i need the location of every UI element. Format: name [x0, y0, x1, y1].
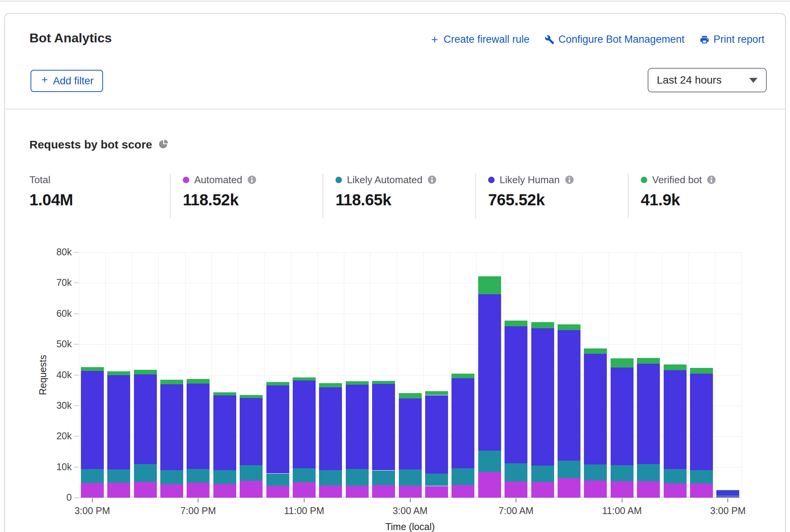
bar-segment-verified-bot[interactable] [346, 381, 369, 385]
bar-segment-verified-bot[interactable] [690, 368, 713, 374]
add-filter-button[interactable]: Add filter [31, 70, 103, 92]
bar-segment-verified-bot[interactable] [611, 358, 634, 368]
bar-segment-automated[interactable] [531, 482, 554, 498]
bar-segment-likely-automated[interactable] [240, 465, 263, 481]
bar-segment-likely-automated[interactable] [346, 469, 369, 485]
bar-segment-likely-human[interactable] [399, 398, 422, 469]
bar-segment-automated[interactable] [558, 478, 580, 498]
bar-segment-verified-bot[interactable] [372, 381, 395, 384]
bar-segment-verified-bot[interactable] [505, 321, 527, 326]
bar-segment-verified-bot[interactable] [716, 490, 739, 490]
bar-segment-likely-automated[interactable] [451, 468, 474, 485]
bar-segment-automated[interactable] [134, 482, 157, 498]
info-icon[interactable] [248, 176, 256, 184]
bar-segment-automated[interactable] [584, 480, 607, 498]
bar-segment-automated[interactable] [266, 486, 289, 498]
bar-segment-likely-human[interactable] [690, 374, 713, 470]
bar-segment-likely-automated[interactable] [293, 468, 316, 482]
bar-segment-likely-automated[interactable] [213, 470, 236, 484]
bar-segment-verified-bot[interactable] [584, 348, 607, 354]
bar-segment-likely-human[interactable] [134, 374, 157, 464]
bar-segment-likely-human[interactable] [319, 387, 342, 470]
bar-segment-automated[interactable] [690, 484, 713, 498]
bar-segment-verified-bot[interactable] [637, 358, 660, 364]
bar-segment-automated[interactable] [399, 486, 422, 498]
bar-segment-verified-bot[interactable] [81, 367, 104, 371]
bar-segment-verified-bot[interactable] [451, 374, 474, 379]
bar-segment-automated[interactable] [107, 483, 130, 498]
bar-segment-verified-bot[interactable] [399, 393, 422, 399]
info-icon[interactable] [565, 176, 574, 184]
bar-segment-likely-automated[interactable] [558, 461, 580, 479]
bar-segment-verified-bot[interactable] [213, 392, 236, 395]
bar-segment-verified-bot[interactable] [478, 276, 501, 294]
bar-segment-likely-automated[interactable] [266, 474, 289, 486]
bar-segment-likely-human[interactable] [372, 384, 395, 471]
bar-segment-likely-human[interactable] [266, 385, 289, 474]
bar-segment-automated[interactable] [425, 486, 448, 498]
bar-segment-automated[interactable] [451, 485, 474, 498]
bar-segment-verified-bot[interactable] [664, 364, 687, 370]
bar-segment-likely-human[interactable] [240, 398, 263, 465]
bar-segment-automated[interactable] [372, 485, 395, 498]
bar-segment-likely-automated[interactable] [425, 474, 448, 486]
print-report-link[interactable]: Print report [700, 34, 764, 45]
bar-segment-verified-bot[interactable] [531, 322, 554, 328]
bar-segment-verified-bot[interactable] [187, 379, 210, 384]
bar-segment-verified-bot[interactable] [134, 370, 157, 374]
bar-segment-likely-human[interactable] [505, 326, 527, 463]
bar-segment-likely-human[interactable] [611, 368, 634, 465]
bar-segment-likely-human[interactable] [425, 395, 448, 474]
bar-segment-likely-automated[interactable] [690, 470, 713, 484]
bar-segment-automated[interactable] [716, 497, 739, 498]
bar-segment-verified-bot[interactable] [240, 395, 263, 398]
bar-segment-likely-automated[interactable] [531, 466, 554, 482]
bar-segment-likely-human[interactable] [107, 375, 130, 469]
bar-segment-likely-human[interactable] [187, 384, 210, 469]
bar-segment-likely-human[interactable] [160, 384, 183, 470]
bar-segment-likely-automated[interactable] [81, 469, 104, 483]
bar-segment-likely-human[interactable] [81, 371, 104, 469]
bar-segment-verified-bot[interactable] [107, 371, 130, 375]
bar-segment-likely-human[interactable] [584, 354, 607, 464]
bar-segment-likely-automated[interactable] [134, 464, 157, 482]
bar-segment-automated[interactable] [505, 482, 527, 498]
bar-segment-verified-bot[interactable] [266, 382, 289, 385]
bar-segment-likely-automated[interactable] [160, 470, 183, 484]
bar-segment-likely-automated[interactable] [637, 464, 660, 482]
bar-segment-automated[interactable] [664, 484, 687, 498]
bar-segment-likely-automated[interactable] [505, 463, 527, 482]
bar-segment-automated[interactable] [293, 482, 316, 498]
bar-segment-likely-automated[interactable] [187, 469, 210, 483]
bar-segment-likely-automated[interactable] [478, 451, 501, 472]
bar-segment-automated[interactable] [213, 484, 236, 498]
bar-segment-likely-automated[interactable] [716, 495, 739, 497]
bar-segment-verified-bot[interactable] [319, 383, 342, 387]
bar-segment-automated[interactable] [346, 486, 369, 498]
info-icon[interactable] [707, 176, 716, 184]
create-firewall-rule-link[interactable]: Create firewall rule [430, 34, 529, 45]
bar-segment-verified-bot[interactable] [425, 391, 448, 395]
bar-segment-likely-automated[interactable] [664, 469, 687, 484]
bar-segment-automated[interactable] [637, 481, 660, 498]
bar-segment-likely-automated[interactable] [372, 471, 395, 485]
bar-segment-likely-automated[interactable] [399, 469, 422, 486]
bar-segment-automated[interactable] [187, 483, 210, 498]
bar-segment-likely-human[interactable] [346, 385, 369, 469]
bar-segment-likely-automated[interactable] [107, 469, 130, 483]
bar-segment-automated[interactable] [319, 485, 342, 498]
bar-segment-likely-human[interactable] [213, 395, 236, 470]
bar-segment-likely-human[interactable] [664, 370, 687, 469]
bar-segment-automated[interactable] [611, 481, 634, 498]
bar-segment-verified-bot[interactable] [293, 377, 316, 380]
bar-segment-verified-bot[interactable] [558, 324, 580, 330]
bar-segment-likely-human[interactable] [637, 364, 660, 464]
bar-segment-likely-automated[interactable] [584, 464, 607, 480]
bar-segment-likely-human[interactable] [716, 490, 739, 496]
bar-segment-likely-human[interactable] [478, 294, 501, 451]
bar-segment-automated[interactable] [478, 472, 501, 498]
bar-segment-likely-human[interactable] [531, 328, 554, 466]
time-range-select[interactable]: Last 24 hours [648, 68, 767, 92]
bar-segment-verified-bot[interactable] [160, 380, 183, 384]
bar-segment-automated[interactable] [240, 481, 263, 498]
